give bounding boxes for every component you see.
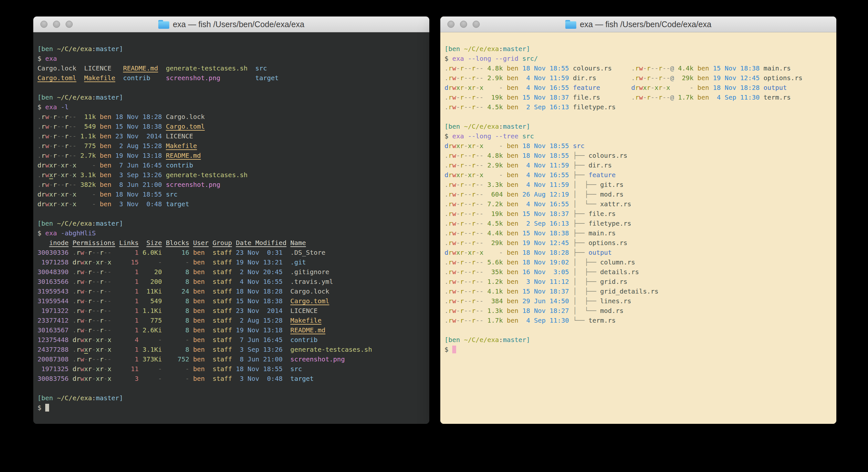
permission-char: - <box>468 103 472 111</box>
minimize-button[interactable] <box>53 21 60 28</box>
traffic-lights <box>447 17 480 32</box>
permission-char: - <box>475 268 479 276</box>
permission-char: r <box>460 317 464 324</box>
permission-char: r <box>41 152 45 159</box>
terminal-text-segment: 4.5k <box>488 103 503 111</box>
permission-char: x <box>72 200 76 208</box>
terminal-text-segment <box>112 307 119 315</box>
terminal-text-segment: ben <box>698 64 709 72</box>
terminal-line: [ben ~/C/e/exa:master] <box>37 393 429 403</box>
terminal-text-segment <box>112 142 115 150</box>
permission-char: - <box>104 297 107 305</box>
terminal-text-segment <box>483 171 487 179</box>
terminal-text-segment <box>162 268 166 276</box>
close-button[interactable] <box>40 21 48 28</box>
terminal-text-segment <box>483 84 487 91</box>
terminal-text-segment <box>162 307 166 315</box>
permission-char: - <box>72 113 76 121</box>
terminal-text-segment <box>205 375 213 382</box>
terminal-text-segment <box>162 287 166 295</box>
terminal-text-segment <box>503 307 507 315</box>
permission-char: x <box>479 171 483 179</box>
terminal-text-segment: dir.rs <box>589 161 612 169</box>
terminal-text-segment: [ben <box>444 336 464 344</box>
permission-char: r <box>88 268 92 276</box>
terminal-text-segment <box>674 74 678 82</box>
permission-char: x <box>479 248 483 256</box>
terminal-text-segment: ben <box>507 287 519 295</box>
terminal-text-segment: 8 <box>166 307 189 315</box>
terminal-text-segment: ben <box>507 307 519 315</box>
terminal-text-segment: 549 <box>143 297 162 305</box>
window-titlebar[interactable]: exa — fish /Users/ben/Code/exa/exa <box>440 17 836 32</box>
terminal-text-segment: target <box>166 200 189 208</box>
permission-char: r <box>658 64 662 72</box>
terminal-text-segment: 4 Nov 11:59 <box>522 181 569 188</box>
terminal-line: 30163566 .rw-r--r-- 1 200 8 ben staff 4 … <box>37 277 429 287</box>
terminal-text-segment: contrib <box>166 161 193 169</box>
terminal-text-segment <box>220 74 255 82</box>
terminal-line: 1971322 .rw-r--r-- 1 1.1Ki 8 ben staff 2… <box>37 306 429 316</box>
minimize-button[interactable] <box>460 21 467 28</box>
close-button[interactable] <box>447 21 455 28</box>
permission-char: r <box>65 142 68 150</box>
permission-char: r <box>100 365 104 373</box>
permission-char: - <box>464 74 468 82</box>
terminal-text-segment <box>68 336 72 344</box>
terminal-text-segment <box>503 268 507 276</box>
terminal-text-segment: 382k <box>81 181 96 188</box>
permission-char: - <box>662 93 666 101</box>
terminal-text-segment: ├── <box>573 210 588 217</box>
terminal-text-segment <box>519 152 522 159</box>
permission-char: r <box>76 278 80 286</box>
terminal-line: [ben ~/C/e/exa:master] <box>37 92 429 102</box>
terminal-text-segment: : <box>92 45 96 53</box>
terminal-text-segment: ├── <box>573 248 588 256</box>
terminal-text-segment: 4.8k <box>488 64 503 72</box>
terminal-text-segment: Cargo.lock <box>290 287 329 295</box>
permission-char: - <box>468 239 472 247</box>
terminal-line <box>444 325 836 335</box>
permission-char: - <box>68 171 72 179</box>
permission-char: r <box>53 113 57 121</box>
terminal-text-segment <box>112 258 119 266</box>
terminal-text-segment: ben <box>100 181 112 188</box>
terminal-text-segment: : <box>499 336 503 344</box>
zoom-button[interactable] <box>66 21 73 28</box>
permission-char: r <box>65 171 68 179</box>
permission-char: . <box>37 171 41 179</box>
permission-char: r <box>100 317 104 324</box>
terminal-content[interactable]: [ben ~/C/e/exa:master]$ exa --long --gri… <box>440 32 836 424</box>
terminal-text-segment <box>483 258 487 266</box>
terminal-text-segment: column.rs <box>600 258 635 266</box>
terminal-text-segment <box>162 258 166 266</box>
terminal-text-segment: Cargo.lock <box>166 113 205 121</box>
terminal-text-segment <box>232 248 236 256</box>
terminal-text-segment <box>283 346 290 353</box>
terminal-text-segment: screenshot.png <box>166 74 220 82</box>
terminal-text-segment: $ <box>37 103 45 111</box>
terminal-text-segment <box>205 317 213 324</box>
terminal-text-segment: : <box>499 45 503 53</box>
terminal-text-segment <box>519 142 522 150</box>
permission-char: w <box>45 122 49 130</box>
permission-char: r <box>100 278 104 286</box>
terminal-text-segment: src <box>573 142 584 150</box>
window-titlebar[interactable]: exa — fish /Users/ben/Code/exa/exa <box>33 17 429 32</box>
terminal-text-segment: src <box>255 64 267 72</box>
permission-char: - <box>92 278 96 286</box>
terminal-text-segment: : <box>499 122 503 130</box>
terminal-text-segment: 5.6k <box>488 258 503 266</box>
zoom-button[interactable] <box>473 21 480 28</box>
terminal-text-segment: │ ├── <box>573 297 600 305</box>
permission-char: - <box>468 278 472 286</box>
terminal-text-segment: ~/C/e/exa <box>464 336 499 344</box>
terminal-text-segment: Cargo.toml <box>290 297 329 305</box>
permission-char: . <box>444 258 448 266</box>
terminal-text-segment: master] <box>503 122 530 130</box>
terminal-text-segment: filetype.rs <box>589 219 631 227</box>
terminal-text-segment <box>569 64 573 72</box>
terminal-content[interactable]: [ben ~/C/e/exa:master]$ exaCargo.lock LI… <box>33 32 429 424</box>
terminal-text-segment: 2 Aug 15:28 <box>236 317 283 324</box>
permission-char: - <box>662 84 666 91</box>
